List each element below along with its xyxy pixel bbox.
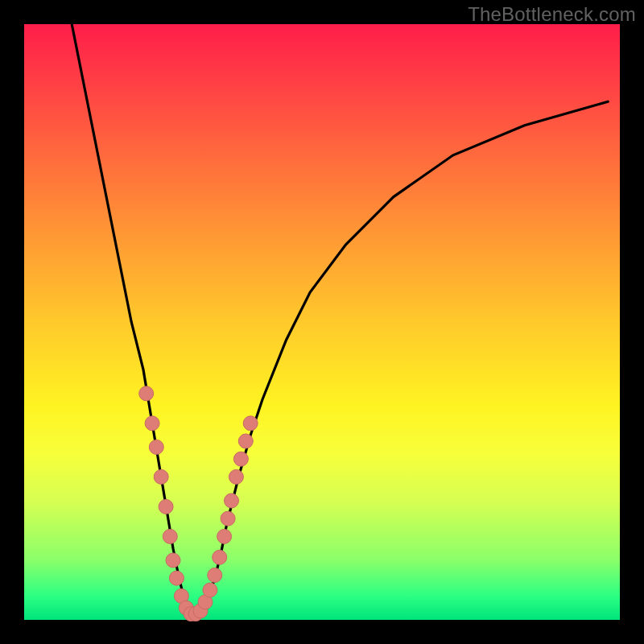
marker-dot xyxy=(145,416,159,431)
marker-dot xyxy=(213,550,227,564)
marker-dot xyxy=(154,469,168,484)
marker-dot xyxy=(159,499,173,514)
marker-layer xyxy=(139,386,258,621)
chart-svg xyxy=(24,24,620,620)
marker-dot xyxy=(229,469,243,484)
marker-dot xyxy=(149,440,163,454)
marker-dot xyxy=(166,553,180,568)
curve-layer xyxy=(72,24,608,614)
marker-dot xyxy=(139,386,154,401)
marker-dot xyxy=(225,493,239,508)
marker-dot xyxy=(203,583,217,597)
marker-dot xyxy=(221,511,235,526)
marker-dot xyxy=(217,529,232,543)
bottleneck-curve xyxy=(72,24,608,614)
plot-area xyxy=(24,24,620,620)
marker-dot xyxy=(238,434,253,448)
marker-dot xyxy=(169,571,184,585)
marker-dot xyxy=(233,452,248,466)
watermark-text: TheBottleneck.com xyxy=(468,3,636,26)
marker-dot xyxy=(208,568,222,583)
marker-dot xyxy=(163,529,177,543)
marker-dot xyxy=(243,416,258,431)
chart-frame: TheBottleneck.com xyxy=(0,0,644,644)
